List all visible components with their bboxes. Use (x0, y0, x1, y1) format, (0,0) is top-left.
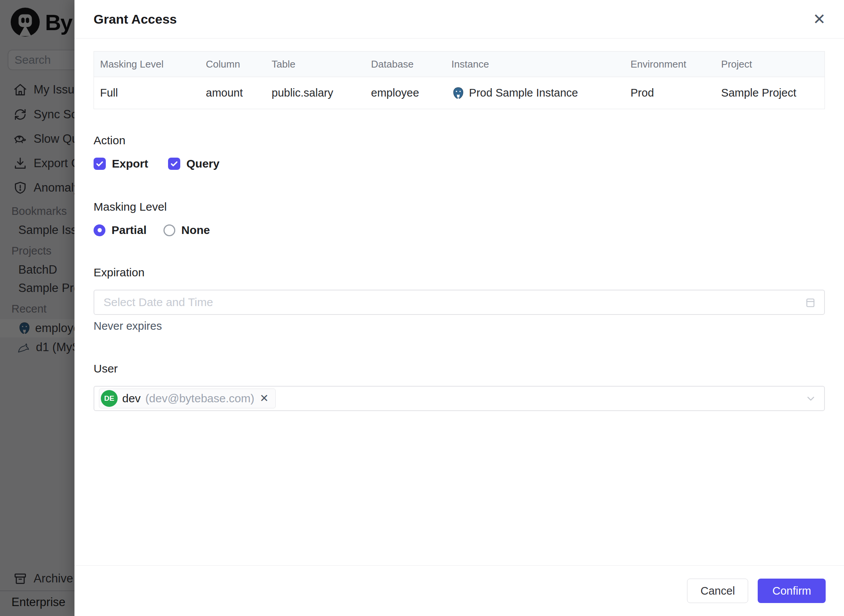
modal-body: Masking Level Column Table Database Inst… (74, 39, 844, 565)
cell-database: employee (365, 77, 446, 109)
cell-table: public.salary (265, 77, 365, 109)
query-label: Query (186, 157, 220, 170)
col-masking-level: Masking Level (94, 52, 200, 77)
remove-user-icon[interactable]: ✕ (259, 392, 269, 405)
table-row: Full amount public.salary employee (94, 77, 825, 109)
table-header-row: Masking Level Column Table Database Inst… (94, 52, 825, 77)
user-tag: DE dev (dev@bytebase.com) ✕ (99, 389, 276, 408)
sidebar: By My Issue Sync Sc (0, 0, 74, 616)
masking-level-heading: Masking Level (94, 201, 825, 213)
partial-label: Partial (112, 224, 147, 237)
cell-masking-level: Full (94, 77, 200, 109)
user-email: (dev@bytebase.com) (145, 392, 254, 405)
grant-access-modal: Grant Access ✕ Masking Level Column Tabl… (74, 0, 844, 616)
user-heading: User (94, 363, 825, 374)
chevron-down-icon (805, 393, 817, 404)
checkbox-checked-icon (168, 158, 180, 170)
partial-radio[interactable]: Partial (94, 224, 147, 237)
none-radio[interactable]: None (163, 224, 210, 237)
cell-instance: Prod Sample Instance (445, 77, 624, 109)
col-database: Database (365, 52, 446, 77)
action-heading: Action (94, 135, 825, 146)
user-name: dev (122, 392, 141, 405)
cell-project: Sample Project (715, 77, 825, 109)
cell-environment: Prod (624, 77, 715, 109)
modal-footer: Cancel Confirm (74, 565, 844, 616)
modal-header: Grant Access ✕ (74, 0, 844, 39)
close-icon[interactable]: ✕ (811, 10, 827, 28)
export-checkbox[interactable]: Export (94, 157, 148, 170)
expiration-hint: Never expires (94, 320, 825, 332)
export-label: Export (112, 157, 148, 170)
expiration-datetime-field[interactable] (94, 290, 825, 315)
user-select[interactable]: DE dev (dev@bytebase.com) ✕ (94, 386, 825, 411)
modal-backdrop (0, 0, 74, 616)
none-label: None (181, 224, 210, 237)
confirm-button[interactable]: Confirm (758, 579, 826, 603)
grant-summary-table: Masking Level Column Table Database Inst… (94, 51, 825, 109)
masking-options: Partial None (94, 223, 825, 237)
action-options: Export Query (94, 157, 825, 171)
col-column: Column (200, 52, 265, 77)
col-table: Table (265, 52, 365, 77)
col-environment: Environment (624, 52, 715, 77)
cancel-button[interactable]: Cancel (687, 579, 748, 603)
expiration-datetime-input[interactable] (103, 296, 804, 309)
avatar: DE (101, 390, 118, 407)
cell-column: amount (200, 77, 265, 109)
calendar-icon[interactable] (804, 296, 817, 308)
instance-name: Prod Sample Instance (469, 87, 578, 99)
col-instance: Instance (445, 52, 624, 77)
postgresql-icon (451, 86, 465, 100)
modal-title: Grant Access (94, 12, 177, 27)
col-project: Project (715, 52, 825, 77)
radio-unselected-icon (163, 224, 175, 236)
expiration-heading: Expiration (94, 267, 825, 278)
checkbox-checked-icon (94, 158, 106, 170)
radio-selected-icon (94, 224, 105, 236)
query-checkbox[interactable]: Query (168, 157, 220, 170)
